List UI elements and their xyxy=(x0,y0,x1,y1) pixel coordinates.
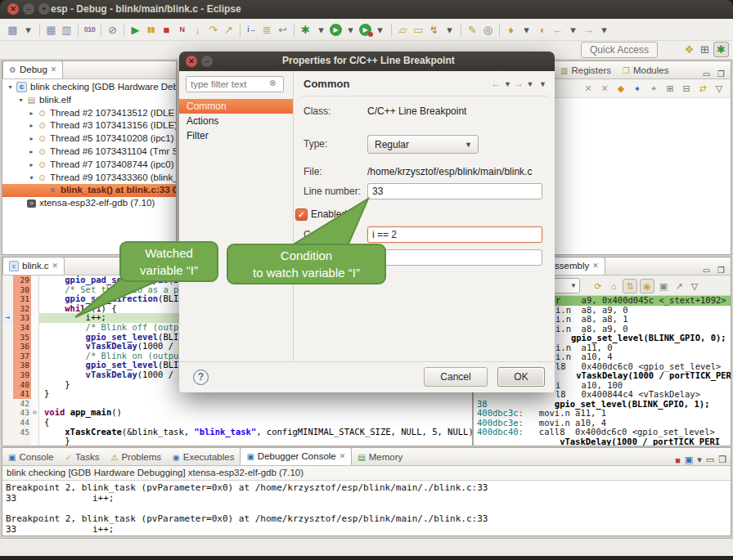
debug-tree-item[interactable]: ▸⊙Thread #6 1073431104 (Tmr Svc) (S xyxy=(2,146,176,159)
step-over-icon[interactable]: ↷ xyxy=(206,23,220,37)
minmax-buttons[interactable]: ▭ ❒ xyxy=(703,266,731,275)
remove-selected-icon[interactable]: ✕ xyxy=(582,82,595,95)
step-into-icon[interactable]: ↓ xyxy=(191,23,205,37)
debug-tree-item[interactable]: ▸⊙Thread #3 1073413156 (IDLE) (Susp xyxy=(2,119,176,132)
debug-tree-item[interactable]: ≡blink_task() at blink.c:33 0x400db xyxy=(2,184,176,197)
last-edit-location-icon[interactable]: ◖ xyxy=(535,23,549,37)
back-icon[interactable]: ← xyxy=(551,23,564,37)
drop-to-frame-icon[interactable]: ↩ xyxy=(276,23,290,37)
tab-registers[interactable]: ▥ Registers xyxy=(555,62,617,78)
pin-editor-icon[interactable]: ♦ xyxy=(504,23,518,37)
expander-icon[interactable]: ▾ xyxy=(6,81,15,94)
step-return-icon[interactable]: ↗ xyxy=(222,23,236,37)
expander-icon[interactable]: ▸ xyxy=(27,132,36,146)
instruction-stepping-icon[interactable]: i→ xyxy=(245,23,259,37)
expander-icon[interactable]: ▾ xyxy=(27,172,36,185)
terminate-icon[interactable]: ■ xyxy=(160,23,173,37)
tab-console[interactable]: ▣Console xyxy=(2,449,60,465)
annotations-icon[interactable]: ◎ xyxy=(481,23,495,37)
minimize-view-icon[interactable]: ▭ xyxy=(706,455,714,465)
tab-tasks[interactable]: ✓Tasks xyxy=(60,449,106,465)
cancel-button[interactable]: Cancel xyxy=(424,367,488,387)
minmax-buttons[interactable]: ▭ ❒ xyxy=(703,69,731,78)
debug-tree-item[interactable]: ▾cblink checking [GDB Hardware Debug xyxy=(2,81,176,94)
expand-all-icon[interactable]: ⊞ xyxy=(663,82,677,95)
export-icon[interactable]: ↗ xyxy=(672,280,686,293)
debug-tree-item[interactable]: ▸⊙Thread #5 1073410208 (ipc1) (Susp xyxy=(2,132,176,146)
disconnect-icon[interactable]: N xyxy=(175,23,189,37)
close-icon[interactable]: ✕ xyxy=(52,258,59,274)
view-menu-icon[interactable]: ▽ xyxy=(713,82,726,95)
dialog-nav-actions[interactable]: Actions xyxy=(179,114,293,128)
flash-icon[interactable]: ↯ xyxy=(427,23,441,37)
pin-dropdown-icon[interactable]: ▾ xyxy=(519,23,533,37)
external-tools-icon[interactable]: ▶ xyxy=(359,24,371,36)
type-dropdown[interactable]: Regular▼ xyxy=(367,135,479,154)
ignore-count-field[interactable] xyxy=(367,249,542,266)
run-dropdown-icon[interactable]: ▾ xyxy=(344,23,358,37)
expander-icon[interactable]: ▸ xyxy=(27,107,36,120)
back-dropdown-icon[interactable]: ▾ xyxy=(566,23,580,37)
close-icon[interactable]: ✕ xyxy=(340,449,346,464)
tab-debugger-console[interactable]: ▣Debugger Console✕ xyxy=(240,447,352,465)
track-expression-icon[interactable]: ◉ xyxy=(640,279,654,293)
run-icon[interactable]: ▶ xyxy=(330,24,342,36)
dialog-minimize-button[interactable]: – xyxy=(201,56,213,67)
new-wizard-dropdown-icon[interactable]: ▾ xyxy=(21,23,35,37)
debug-tree-item[interactable]: ▸⊙Thread #2 1073413512 (IDLE : Runn xyxy=(2,107,176,120)
mark-occurrences-icon[interactable]: ✎ xyxy=(465,23,479,37)
display-selected-console-icon[interactable]: ▣ xyxy=(685,455,693,465)
new-wizard-icon[interactable]: ▩ xyxy=(6,23,20,37)
binary-icon[interactable]: 010 xyxy=(83,23,97,37)
close-icon[interactable]: ✕ xyxy=(592,258,599,274)
close-icon[interactable]: ✕ xyxy=(51,62,57,78)
tab-debug[interactable]: ⚙ Debug ✕ xyxy=(2,60,63,78)
sync-icon[interactable]: ⇅ xyxy=(623,279,637,293)
open-perspective-icon[interactable]: ⊞ xyxy=(698,43,712,56)
dialog-close-button[interactable]: ✕ xyxy=(186,56,197,67)
tab-memory[interactable]: ▤Memory xyxy=(352,449,408,465)
debug-tree-item[interactable]: >xtensa-esp32-elf-gdb (7.10) xyxy=(2,197,176,210)
tab-problems[interactable]: ⚠Problems xyxy=(105,449,167,465)
quick-access-box[interactable]: Quick Access xyxy=(581,42,658,58)
resume-icon[interactable]: ▶ xyxy=(128,23,142,37)
skip-all-breakpoints-icon[interactable]: ⊘ xyxy=(106,23,119,37)
debug-icon[interactable]: ✱ xyxy=(299,23,313,37)
breakpoint-icon[interactable]: → xyxy=(2,313,13,323)
open-project-icon[interactable]: ▱ xyxy=(396,23,410,37)
remove-all-icon[interactable]: ✕ xyxy=(598,82,611,95)
refresh-icon[interactable]: ⟳ xyxy=(591,280,605,293)
save-icon[interactable]: ▦ xyxy=(44,23,58,37)
save-all-icon[interactable]: ▥ xyxy=(60,23,74,37)
suspend-icon[interactable]: ▮▮ xyxy=(144,23,158,37)
link-with-debug-icon[interactable]: ⇄ xyxy=(696,82,709,95)
terminate-console-icon[interactable]: ■ xyxy=(675,455,681,465)
collapse-all-icon[interactable]: ⊟ xyxy=(680,82,693,95)
ok-button[interactable]: OK xyxy=(497,367,545,387)
fold-icon[interactable]: ⊖ xyxy=(31,408,39,418)
line-number-field[interactable] xyxy=(367,183,542,199)
forward-dropdown-icon[interactable]: ▾ xyxy=(597,23,611,37)
maximize-view-icon[interactable]: ❒ xyxy=(718,455,726,465)
debug-tree-item[interactable]: ▾⊙Thread #9 1073433360 (blink_task : xyxy=(2,172,176,185)
close-project-icon[interactable]: ▭ xyxy=(411,23,425,37)
tab-executables[interactable]: ◉Executables xyxy=(167,449,240,465)
tab-blink-c[interactable]: c blink.c ✕ xyxy=(2,257,65,275)
select-icon[interactable]: ⌖ xyxy=(647,82,660,95)
console-output[interactable]: Breakpoint 2, blink_task (pvParameter=0x… xyxy=(2,481,731,536)
view-menu-icon[interactable]: ▽ xyxy=(688,280,701,293)
debug-tree-item[interactable]: ▸⊙Thread #7 1073408744 (ipc0) (Susp xyxy=(2,159,176,172)
console-dropdown-icon[interactable]: ▾ xyxy=(697,455,702,465)
show-target-breakpoints-icon[interactable]: ◆ xyxy=(614,82,627,95)
expander-icon[interactable]: ▸ xyxy=(27,119,36,132)
dialog-history-arrows[interactable]: ← ▼ → ▼ ▼ xyxy=(492,78,546,89)
external-tools-dropdown-icon[interactable]: ▾ xyxy=(373,23,387,37)
flash-dropdown-icon[interactable]: ▾ xyxy=(443,23,456,37)
debug-tree-item[interactable]: ▾▤blink.elf xyxy=(2,94,176,107)
dialog-nav-common[interactable]: Common xyxy=(179,99,293,114)
tab-modules[interactable]: ❒ Modules xyxy=(617,62,674,78)
maximize-button[interactable]: + xyxy=(38,3,50,15)
home-icon[interactable]: ⌂ xyxy=(607,280,620,293)
show-debug-sources-icon[interactable]: ≣ xyxy=(260,23,274,37)
debug-dropdown-icon[interactable]: ▾ xyxy=(314,23,328,37)
